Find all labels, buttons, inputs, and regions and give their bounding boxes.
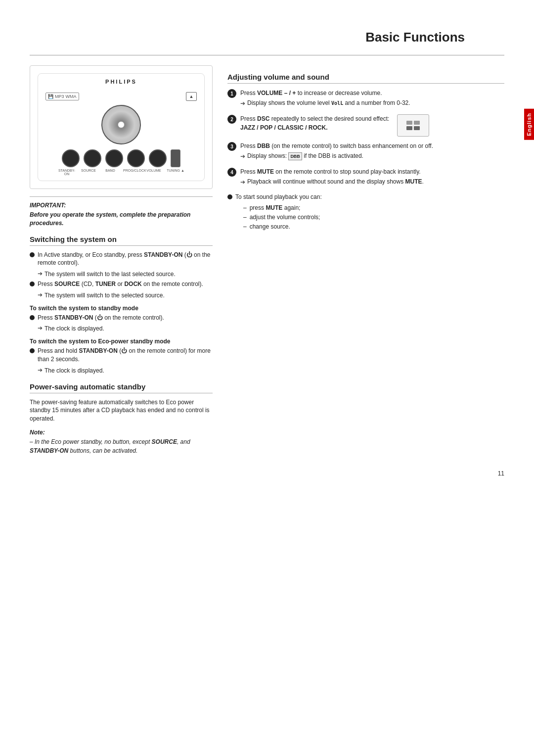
dbb-display-icon: DBB [288,152,302,161]
switching-text-2: Press SOURCE (CD, TUNER or DOCK on the r… [38,280,213,288]
switching-arrow-text-2: The system will switch to the selected s… [44,291,165,300]
adjusting-heading: Adjusting volume and sound [227,73,504,84]
page-title: Basic Functions [30,0,504,55]
device-labels-row: STANDBY-ON SOURCE BAND PROG/CLOCK VOLUME… [45,169,197,176]
playback-dash-1: – press MUTE again; [243,203,322,213]
eco-subheading: To switch the system to Eco-power standb… [30,338,213,345]
dsc-dot-4 [414,126,420,130]
note-box: Note: – In the Eco power standby, no but… [30,429,213,455]
arrow-icon-eco: ➔ [38,367,43,374]
device-illustration: PHILIPS 💾 MP3 WMA ▲ [30,65,213,189]
power-saving-description: The power-saving feature automatically s… [30,398,213,423]
adjust-arrow-3: ➔ Display shows: DBB if the DBB is activ… [240,152,504,161]
standby-btn-icon [62,149,80,167]
vol-display-icon: VolL [331,100,343,107]
standby-text-1: Press STANDBY-ON (⏻ on the remote contro… [38,314,213,322]
bullet-standby [30,315,35,320]
page-number: 11 [0,455,534,487]
adjust-text-4: Press MUTE on the remote control to stop… [240,167,504,188]
eco-text-1: Press and hold STANDBY-ON (⏻ on the remo… [38,347,213,364]
important-box: IMPORTANT: Before you operate the system… [30,196,213,228]
right-column: Adjusting volume and sound 1 Press VOLUM… [227,65,504,455]
left-column: PHILIPS 💾 MP3 WMA ▲ [30,65,213,455]
adjust-arrow-4: ➔ Playback will continue without sound a… [240,178,504,187]
important-title: IMPORTANT: [30,202,213,209]
dsc-dot-1 [406,121,412,125]
standby-item-1: Press STANDBY-ON (⏻ on the remote contro… [30,314,213,322]
adjust-text-2: Press DSC repeatedly to select the desir… [240,114,504,137]
dash-char-3: – [243,222,247,232]
arrow-dbb-icon: ➔ [240,152,245,161]
label-volume: VOLUME [145,169,163,176]
dsc-device-image [397,114,429,137]
switching-arrow-text-1: The system will switch to the last selec… [44,270,176,279]
num-4: 4 [227,168,236,177]
num-3: 3 [227,142,236,151]
playback-dash-3: – change source. [243,222,322,232]
tuning-btn-icon [171,149,180,167]
eco-item-1: Press and hold STANDBY-ON (⏻ on the remo… [30,347,213,364]
eco-arrow-text-1: The clock is displayed. [44,367,104,375]
dash-char-2: – [243,213,247,222]
format-icons: 💾 MP3 WMA [45,93,79,100]
note-title: Note: [30,429,213,436]
clock-btn-icon [127,149,145,167]
adjust-item-4: 4 Press MUTE on the remote control to st… [227,167,504,188]
playback-dash-2: – adjust the volume controls; [243,213,322,222]
arrow-mute-icon: ➔ [240,178,245,187]
label-standby: STANDBY-ON [58,169,76,176]
switching-item-1: In Active standby, or Eco standby, press… [30,251,213,268]
language-tab: English [524,109,534,140]
adjust-arrow-text-1: Display shows the volume level VolL and … [247,99,410,107]
arrow-icon-1: ➔ [38,270,43,277]
switching-text-1: In Active standby, or Eco standby, press… [38,251,213,268]
source-btn-icon [84,149,101,167]
eject-button-icon: ▲ [186,92,197,101]
bullet-1 [30,252,35,257]
dash-char-1: – [243,203,247,213]
vol-btn-icon [149,149,167,167]
bullet-eco [30,348,35,353]
device-buttons [45,149,197,167]
adjust-item-2: 2 Press DSC repeatedly to select the des… [227,114,504,137]
arrow-icon-2: ➔ [38,291,43,298]
label-source: SOURCE [80,169,97,176]
playback-container: To start sound playback you can: – press… [235,193,322,232]
playback-list-text-2: adjust the volume controls; [250,213,320,222]
arrow-icon-standby: ➔ [38,325,43,331]
dsc-mini-row2 [406,126,420,130]
dsc-dot-2 [414,121,420,125]
dsc-mini-device [397,114,429,137]
playback-list: – press MUTE again; – adjust the volume … [243,203,322,232]
playback-list-text-1: press MUTE again; [250,203,301,213]
note-text: – In the Eco power standby, no button, e… [30,437,213,455]
switching-arrow-2: ➔ The system will switch to the selected… [38,291,213,300]
switching-arrow-1: ➔ The system will switch to the last sel… [38,270,213,279]
label-tuning: TUNING ▲ [167,169,184,176]
num-1: 1 [227,89,236,98]
adjust-arrow-1: ➔ Display shows the volume level VolL an… [240,99,504,108]
arrow-vol-icon: ➔ [240,99,245,108]
adjust-item-1: 1 Press VOLUME – / + to increase or decr… [227,89,504,109]
standby-arrow-1: ➔ The clock is displayed. [38,325,213,333]
label-band: BAND [101,169,119,176]
eco-arrow-1: ➔ The clock is displayed. [38,367,213,375]
switching-heading: Switching the system on [30,235,213,246]
playback-list-text-3: change source. [250,222,290,232]
bullet-playback [227,194,232,199]
standby-subheading: To switch the system to standby mode [30,305,213,312]
adjust-text-3: Press DBB (on the remote control) to swi… [240,142,504,162]
label-prog-clock: PROG/CLOCK [123,169,141,176]
band-btn-icon [105,149,123,167]
adjust-arrow-text-4: Playback will continue without sound and… [247,178,424,186]
dsc-description: Press DSC repeatedly to select the desir… [240,114,389,137]
important-text: Before you operate the system, complete … [30,211,213,228]
switching-item-2: Press SOURCE (CD, TUNER or DOCK on the r… [30,280,213,288]
disc-area [101,105,141,144]
adjust-arrow-text-3: Display shows: DBB if the DBB is activat… [247,152,363,160]
dsc-mini-row1 [406,121,420,125]
philips-logo: PHILIPS [45,79,197,85]
standby-arrow-text-1: The clock is displayed. [44,325,104,333]
adjust-text-1: Press VOLUME – / + to increase or decrea… [240,89,504,109]
num-2: 2 [227,115,236,124]
